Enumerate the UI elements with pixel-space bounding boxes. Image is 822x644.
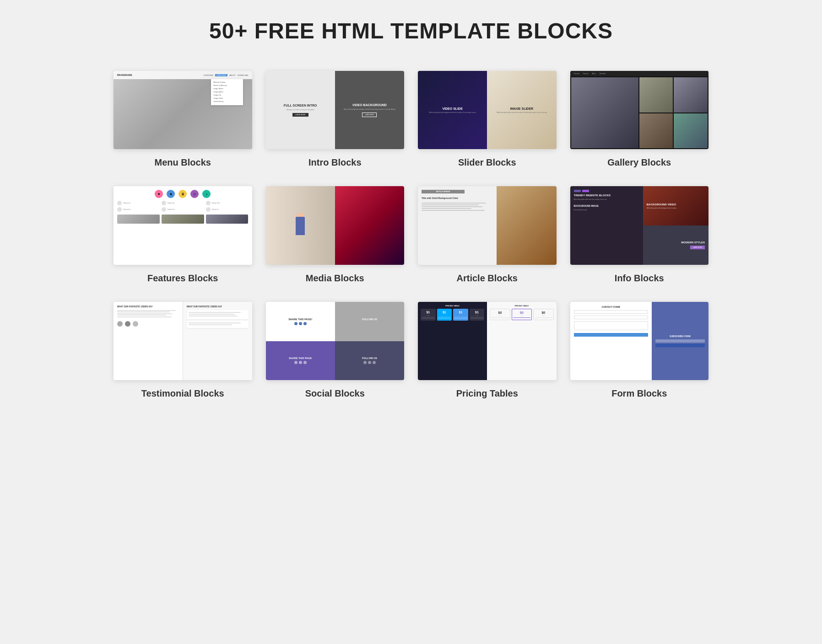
article-image bbox=[497, 186, 556, 264]
page-title: 50+ FREE HTML TEMPLATE BLOCKS bbox=[9, 18, 813, 43]
pricing-col: $1 0/ mo bbox=[453, 309, 468, 321]
social-icon bbox=[366, 322, 369, 325]
blocks-grid: BRANDNAME OVERVIEW FEATURES ABOUT DOWNLO… bbox=[114, 71, 708, 399]
gallery-preview: Overview Features About Download bbox=[570, 71, 709, 149]
feature-icon-face: ☺ bbox=[190, 190, 199, 198]
article-title: Title with Solid Background Color bbox=[422, 197, 493, 199]
form-left-title: CONTACT FORM bbox=[574, 306, 648, 308]
pricing-right-title: PRICING TABLE bbox=[490, 305, 553, 307]
block-gallery[interactable]: Overview Features About Download Gallery… bbox=[570, 71, 709, 168]
feature-image bbox=[206, 215, 249, 224]
social-icon bbox=[361, 322, 364, 325]
feature-icon-star: ★ bbox=[167, 190, 175, 198]
slider-label: Slider Blocks bbox=[458, 157, 516, 168]
slider-preview: VIDEO SLIDE Wide with popular video back… bbox=[418, 71, 557, 149]
social-follow-title: FOLLOW US bbox=[362, 318, 377, 321]
social-label: Social Blocks bbox=[305, 388, 365, 399]
block-menu[interactable]: BRANDNAME OVERVIEW FEATURES ABOUT DOWNLO… bbox=[114, 71, 252, 168]
menu-dropdown: Masonry Gravity Based on Masonry Image S… bbox=[211, 79, 243, 105]
gallery-big-cell bbox=[571, 77, 638, 148]
block-forms[interactable]: CONTACT FORM SUBSCRIBE FORM Form Blocks bbox=[570, 302, 709, 399]
block-intro[interactable]: FULL SCREEN INTRO ultimag, it is a fast … bbox=[266, 71, 405, 168]
form-right-title: SUBSCRIBE FORM bbox=[670, 335, 691, 338]
intro-left-title: FULL SCREEN INTRO bbox=[284, 104, 317, 107]
gallery-small-cell bbox=[674, 113, 708, 149]
article-header-text: ARTICLE HEADER bbox=[436, 191, 450, 193]
feature-row: Feature three bbox=[206, 201, 249, 205]
block-pricing[interactable]: PRICING TABLE $1 0/ mo $1 0/ mo bbox=[418, 302, 557, 399]
testimonial-avatar bbox=[117, 321, 123, 327]
menu-label: Menu Blocks bbox=[155, 157, 211, 168]
slider-left-title: VIDEO SLIDE bbox=[442, 107, 462, 110]
pricing-col: $1 0/ mo bbox=[470, 309, 485, 321]
gallery-small-cell bbox=[639, 77, 673, 113]
social-icon bbox=[303, 322, 307, 325]
feature-row: Feature four bbox=[117, 207, 160, 212]
article-preview: ARTICLE HEADER Title with Solid Backgrou… bbox=[418, 186, 557, 264]
feature-row: Feature five bbox=[162, 207, 204, 212]
form-submit-btn bbox=[574, 333, 648, 337]
feature-row: Feature one bbox=[117, 201, 160, 205]
media-right-bg bbox=[335, 186, 404, 264]
block-social[interactable]: SHARE THIS PAGE! FOLLOW US bbox=[266, 302, 405, 399]
testimonial-avatar bbox=[133, 321, 138, 327]
pricing-label: Pricing Tables bbox=[456, 388, 518, 399]
testimonial-preview: WHAT OUR FANTASTIC USERS SAY bbox=[114, 302, 252, 380]
intro-label: Intro Blocks bbox=[308, 157, 362, 168]
form-subscribe-field bbox=[655, 339, 705, 343]
feature-image bbox=[162, 215, 204, 224]
form-field bbox=[574, 316, 648, 319]
feature-icon-headphone: ♪ bbox=[202, 190, 211, 198]
info-label: Info Blocks bbox=[615, 273, 664, 284]
social-share-title: SHARE THIS PAGE! bbox=[288, 318, 312, 321]
feature-icon-heart: ♥ bbox=[155, 190, 163, 198]
block-info[interactable]: TRENDY WEBSITE BLOCKS Wide with popular … bbox=[570, 186, 709, 283]
pricing-left-title: PRICING TABLE bbox=[421, 305, 484, 307]
social-icon bbox=[299, 322, 302, 325]
gallery-label: Gallery Blocks bbox=[607, 157, 671, 168]
social-follow-dark-title: FOLLOW US bbox=[362, 357, 377, 360]
block-features[interactable]: ♥ ★ ♛ ☺ ♪ Feature one Feature two bbox=[114, 186, 252, 283]
media-preview bbox=[266, 186, 405, 264]
pricing-right-col-highlight: $0 / mo bbox=[512, 309, 532, 320]
social-icon bbox=[373, 361, 376, 364]
social-icon bbox=[375, 322, 378, 325]
test-right-title: WHAT OUR FANTASTIC USERS SAY bbox=[187, 306, 249, 308]
forms-preview: CONTACT FORM SUBSCRIBE FORM bbox=[570, 302, 709, 380]
info-subtitle: BACKGROUND IMAGE bbox=[574, 204, 639, 207]
info-right-title: BACKGROUND VIDEO bbox=[647, 203, 705, 206]
article-label: Article Blocks bbox=[457, 273, 518, 284]
form-subscribe-btn bbox=[655, 344, 705, 347]
forms-label: Form Blocks bbox=[611, 388, 667, 399]
feature-row: Feature two bbox=[162, 201, 204, 205]
intro-right-title: VIDEO BACKGROUND bbox=[352, 103, 387, 107]
info-title-main: TRENDY WEBSITE BLOCKS bbox=[574, 194, 639, 197]
block-testimonial[interactable]: WHAT OUR FANTASTIC USERS SAY bbox=[114, 302, 252, 399]
pricing-col: $1 0/ mo bbox=[421, 309, 436, 321]
social-icon bbox=[303, 361, 307, 364]
testimonial-avatar bbox=[125, 321, 130, 327]
form-field bbox=[574, 321, 648, 330]
gallery-small-cell bbox=[674, 77, 708, 113]
block-slider[interactable]: VIDEO SLIDE Wide with popular video back… bbox=[418, 71, 557, 168]
feature-icon-crown: ♛ bbox=[178, 190, 187, 198]
social-icon bbox=[370, 322, 373, 325]
social-preview: SHARE THIS PAGE! FOLLOW US bbox=[266, 302, 405, 380]
block-media[interactable]: Media Blocks bbox=[266, 186, 405, 283]
feature-image bbox=[117, 215, 160, 224]
media-label: Media Blocks bbox=[306, 273, 364, 284]
features-label: Features Blocks bbox=[147, 273, 218, 284]
slider-right-title: IMAGE SLIDER bbox=[510, 107, 534, 110]
intro-preview: FULL SCREEN INTRO ultimag, it is a fast … bbox=[266, 71, 405, 149]
info-preview: TRENDY WEBSITE BLOCKS Wide with popular … bbox=[570, 186, 709, 264]
social-icon bbox=[368, 361, 371, 364]
gallery-nav: Overview Features About Download bbox=[570, 71, 709, 76]
pricing-col-highlight: $1 0/ mo bbox=[437, 309, 452, 321]
block-article[interactable]: ARTICLE HEADER Title with Solid Backgrou… bbox=[418, 186, 557, 283]
form-field bbox=[574, 310, 648, 314]
pricing-preview: PRICING TABLE $1 0/ mo $1 0/ mo bbox=[418, 302, 557, 380]
social-icon bbox=[294, 361, 297, 364]
pricing-right-col: $0 / mo bbox=[490, 309, 510, 320]
social-icon bbox=[294, 322, 297, 325]
testimonial-label: Testimonial Blocks bbox=[141, 388, 224, 399]
